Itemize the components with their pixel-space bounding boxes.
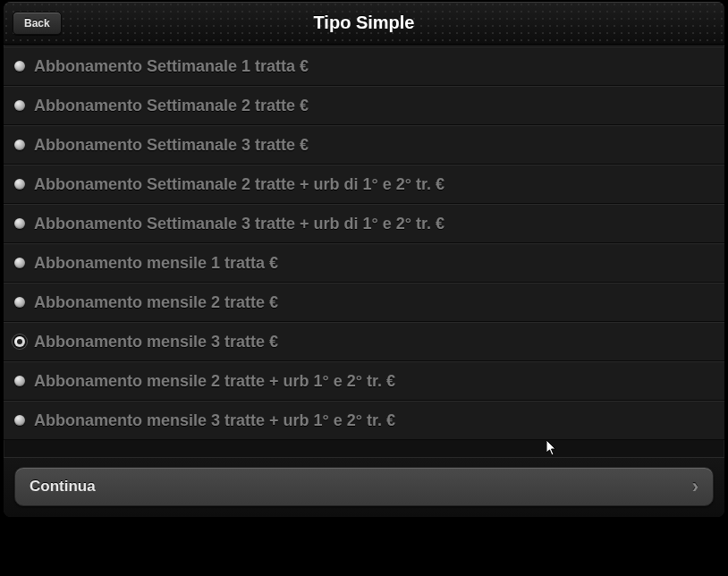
option-label: Abbonamento Settimanale 3 tratte + urb d… — [34, 215, 444, 233]
option-row[interactable]: Abbonamento Settimanale 3 tratte € — [4, 125, 724, 165]
option-row[interactable]: Abbonamento Settimanale 1 tratta € — [4, 47, 724, 86]
option-row[interactable]: Abbonamento mensile 3 tratte € — [4, 322, 724, 361]
page-title: Tipo Simple — [314, 13, 415, 33]
option-label: Abbonamento Settimanale 1 tratta € — [34, 57, 309, 76]
option-label: Abbonamento mensile 3 tratte + urb 1° e … — [34, 411, 395, 430]
back-button-label: Back — [24, 17, 50, 30]
option-row[interactable]: Abbonamento Settimanale 3 tratte + urb d… — [4, 204, 724, 243]
option-label: Abbonamento mensile 1 tratta € — [34, 254, 278, 273]
option-row[interactable]: Abbonamento mensile 1 tratta € — [4, 243, 724, 283]
option-row[interactable]: Abbonamento mensile 2 tratte € — [4, 283, 724, 322]
radio-icon — [14, 140, 25, 150]
radio-icon — [14, 336, 25, 347]
radio-icon — [14, 179, 25, 190]
radio-icon — [14, 415, 25, 426]
option-label: Abbonamento Settimanale 2 tratte + urb d… — [34, 175, 444, 194]
chevron-right-icon: › — [692, 475, 698, 498]
option-label: Abbonamento Settimanale 2 tratte € — [34, 97, 309, 115]
app-window: Back Tipo Simple Abbonamento Settimanale… — [4, 2, 724, 517]
option-row[interactable]: Abbonamento Settimanale 2 tratte € — [4, 86, 724, 125]
back-button[interactable]: Back — [13, 12, 62, 35]
option-row[interactable]: Abbonamento mensile 2 tratte + urb 1° e … — [4, 361, 724, 401]
option-label: Abbonamento mensile 2 tratte + urb 1° e … — [34, 372, 395, 391]
radio-icon — [14, 218, 25, 229]
options-list: Abbonamento Settimanale 1 tratta € Abbon… — [4, 45, 724, 440]
radio-icon — [14, 297, 25, 308]
option-row[interactable]: Abbonamento Settimanale 2 tratte + urb d… — [4, 165, 724, 204]
radio-icon — [14, 100, 25, 111]
footer-bar: Continua › — [4, 457, 724, 517]
continue-button-label: Continua — [30, 478, 96, 496]
option-row[interactable]: Abbonamento mensile 3 tratte + urb 1° e … — [4, 401, 724, 440]
radio-icon — [14, 376, 25, 386]
continue-button[interactable]: Continua › — [14, 467, 714, 506]
radio-icon — [14, 258, 25, 268]
option-label: Abbonamento Settimanale 3 tratte € — [34, 136, 309, 155]
option-label: Abbonamento mensile 2 tratte € — [34, 293, 278, 312]
radio-icon — [14, 61, 25, 72]
option-label: Abbonamento mensile 3 tratte € — [34, 333, 278, 352]
header-bar: Back Tipo Simple — [4, 2, 724, 45]
